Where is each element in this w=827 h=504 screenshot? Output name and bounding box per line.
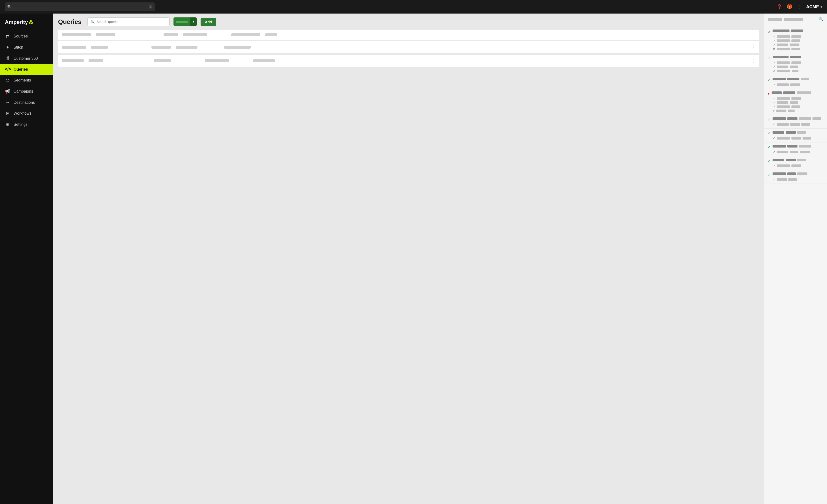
list-item[interactable]: ⟳ ✓ ✓	[764, 27, 827, 53]
filter-chevron-icon[interactable]: ▾	[190, 17, 197, 26]
rp-header-skel1	[768, 18, 782, 21]
destinations-icon: →	[5, 100, 10, 105]
check-icon: ✓	[768, 78, 771, 82]
check-icon: ✓	[773, 101, 775, 104]
filter-bar	[174, 17, 190, 26]
title-skel	[773, 172, 786, 175]
rp-item-title	[773, 172, 824, 175]
rp-header-skel2	[784, 18, 803, 21]
loading-icon: ⟳	[773, 47, 775, 51]
row-skel	[791, 35, 801, 38]
check-icon: ✓	[773, 137, 775, 140]
sidebar-item-destinations[interactable]: → Destinations	[0, 97, 53, 108]
title-skel	[773, 117, 786, 120]
title-skel	[799, 117, 811, 120]
account-chevron-icon: ▾	[821, 5, 822, 9]
skeleton-cell	[91, 46, 108, 49]
row-skel	[777, 65, 788, 68]
list-item[interactable]: ✓ ✓	[764, 170, 827, 184]
sidebar-item-sources[interactable]: ⇄ Sources	[0, 31, 53, 42]
global-search[interactable]: 🔍 /	[5, 2, 155, 11]
sidebar-item-settings[interactable]: ⚙ Settings	[0, 119, 53, 130]
topbar-actions: ❓ 🎁 ⋮ ACME ▾	[777, 4, 822, 9]
customer360-icon: 🗄	[5, 56, 10, 61]
list-item[interactable]: ✓ ✓	[764, 129, 827, 143]
rp-row: ✓	[773, 164, 824, 167]
sidebar-item-campaigns[interactable]: 📢 Campaigns	[0, 86, 53, 97]
rp-item-title-block	[773, 56, 824, 59]
list-item[interactable]: ⚠ ✓ ✓	[764, 53, 827, 75]
title-skel	[797, 159, 806, 161]
list-item[interactable]: ● ✓ ✓	[764, 89, 827, 115]
rp-item-header: ✓	[768, 78, 824, 82]
row-menu-icon[interactable]: ⋮	[751, 58, 756, 63]
settings-icon: ⚙	[5, 122, 10, 127]
table-row	[58, 30, 759, 40]
row-skel	[777, 48, 790, 50]
rp-item-rows: ✓ ✓ ⚠	[773, 61, 824, 72]
check-icon: ✓	[768, 173, 771, 177]
rp-item-header: ⟳	[768, 30, 824, 34]
title-skel	[787, 117, 797, 120]
title-skel	[773, 131, 784, 134]
row-skel	[790, 44, 799, 46]
list-item[interactable]: ✓ ✓	[764, 156, 827, 170]
rp-row: ✓	[773, 65, 824, 68]
global-search-input[interactable]	[13, 5, 149, 9]
help-icon[interactable]: ❓	[777, 4, 782, 9]
check-icon: ✓	[773, 61, 775, 64]
check-icon: ✓	[768, 131, 771, 135]
check-icon: ✓	[773, 65, 775, 68]
rp-item-rows: ✓	[773, 123, 824, 126]
row-menu-icon[interactable]: ⋮	[751, 45, 756, 50]
list-item[interactable]: ✓ ✓	[764, 143, 827, 156]
sidebar-item-stitch[interactable]: ✦ Stitch	[0, 42, 53, 53]
row-skel	[788, 109, 794, 112]
queries-title: Queries	[58, 18, 82, 26]
row-skel	[777, 70, 790, 72]
more-menu-icon[interactable]: ⋮	[797, 4, 801, 9]
sidebar-item-customer360[interactable]: 🗄 Customer 360	[0, 53, 53, 64]
row-skel	[790, 101, 798, 104]
rp-row: ✓	[773, 61, 824, 64]
rp-item-title-block	[773, 78, 824, 81]
sidebar-item-segments[interactable]: ◎ Segments	[0, 75, 53, 86]
queries-icon: </>	[5, 67, 10, 72]
account-menu[interactable]: ACME ▾	[806, 4, 822, 9]
rp-row: ✓	[773, 39, 824, 42]
search-queries-box[interactable]: 🔍	[87, 17, 169, 26]
skeleton-cell	[231, 33, 260, 36]
rp-item-title	[773, 159, 824, 161]
rp-item-rows: ✓ ✓ ✓ ●	[773, 97, 824, 112]
rp-row: ✓	[773, 101, 824, 104]
rp-item-title	[773, 78, 824, 80]
skeleton-cell	[62, 59, 84, 62]
list-item[interactable]: ✓ ✓	[764, 75, 827, 89]
rp-row: ●	[773, 109, 824, 112]
check-icon: ✓	[773, 97, 775, 100]
row-skel	[788, 178, 797, 181]
logo-ampersand: &	[29, 18, 33, 26]
skeleton-cell	[163, 33, 178, 36]
sidebar-item-queries[interactable]: </> Queries	[0, 64, 53, 75]
campaigns-icon: 📢	[5, 89, 10, 94]
title-skel	[786, 131, 796, 134]
title-skel	[773, 56, 788, 58]
rp-item-title-block	[773, 117, 824, 121]
right-panel-search-icon[interactable]: 🔍	[819, 17, 824, 21]
sidebar: Amperity & ⇄ Sources ✦ Stitch 🗄 Customer…	[0, 13, 53, 504]
sidebar-item-workflows[interactable]: ⊟ Workflows	[0, 108, 53, 119]
gift-icon[interactable]: 🎁	[787, 4, 792, 9]
topbar: 🔍 / ❓ 🎁 ⋮ ACME ▾	[0, 0, 827, 13]
rp-row: ✓	[773, 123, 824, 126]
filter-dropdown[interactable]: ▾	[174, 17, 197, 26]
rp-item-header: ✓	[768, 131, 824, 135]
sidebar-label-queries: Queries	[13, 67, 28, 71]
add-query-button[interactable]: Add	[201, 18, 216, 26]
skeleton-cell	[183, 33, 207, 36]
title-skel	[797, 172, 808, 175]
search-queries-input[interactable]	[97, 20, 166, 24]
rp-item-title-block	[773, 172, 824, 176]
row-skel	[790, 84, 800, 86]
list-item[interactable]: ✓ ✓	[764, 115, 827, 129]
